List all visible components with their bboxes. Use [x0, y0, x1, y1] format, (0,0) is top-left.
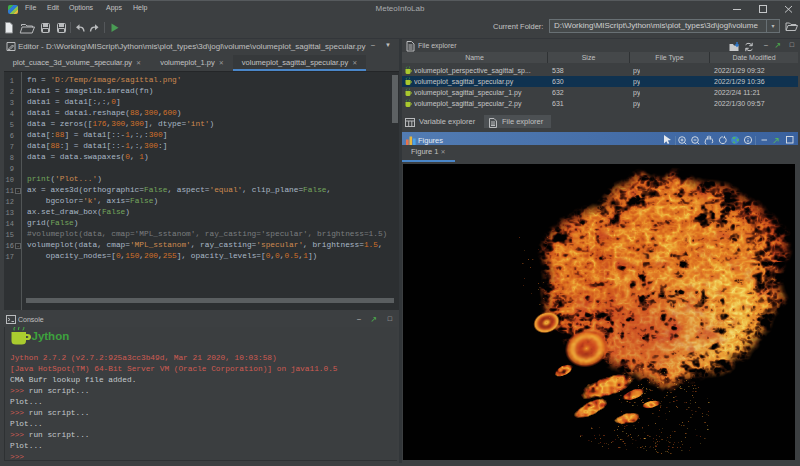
svg-text:Jython: Jython — [32, 330, 70, 342]
